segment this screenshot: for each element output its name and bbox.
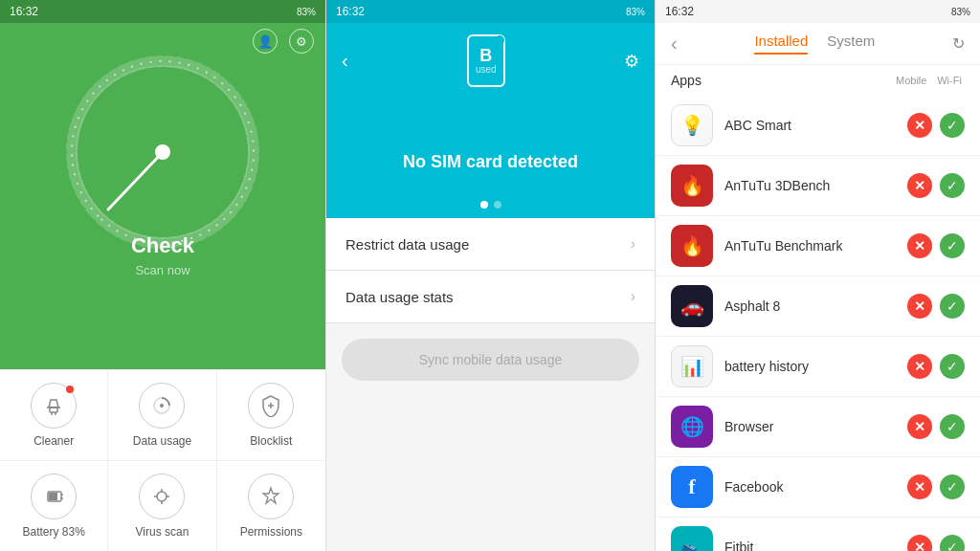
grid-item-battery[interactable]: Battery 83% bbox=[0, 460, 108, 551]
battery-icon-wrap bbox=[31, 474, 77, 519]
apps-header: Apps Mobile Wi-Fi bbox=[656, 65, 980, 96]
app-name-asphalt: Asphalt 8 bbox=[724, 298, 907, 314]
app-row-antutu[interactable]: 🔥 AnTuTu Benchmark ✕ ✓ bbox=[656, 216, 980, 276]
grid-item-permissions[interactable]: Permissions bbox=[217, 460, 325, 551]
status-icons-facebook: ✕ ✓ bbox=[907, 474, 965, 499]
blocklist-icon-wrap bbox=[248, 383, 294, 429]
app-row-abc[interactable]: 💡 ABC Smart ✕ ✓ bbox=[656, 96, 980, 156]
mobile-x-browser: ✕ bbox=[907, 414, 932, 439]
virus-scan-icon bbox=[150, 485, 173, 508]
app-name-fitbit: Fitbit bbox=[724, 540, 907, 551]
permissions-icon bbox=[259, 485, 282, 508]
grid-item-data-usage[interactable]: Data usage bbox=[108, 369, 216, 460]
wifi-check-antutu3d: ✓ bbox=[940, 173, 965, 198]
dot-2 bbox=[494, 201, 501, 209]
person-icon[interactable]: 👤 bbox=[253, 29, 278, 54]
tab-installed[interactable]: Installed bbox=[754, 33, 808, 55]
chevron-restrict: › bbox=[631, 235, 635, 253]
mobile-x-abc: ✕ bbox=[907, 113, 932, 138]
sim-info: B used bbox=[467, 34, 505, 87]
back-button-2[interactable]: ‹ bbox=[342, 50, 348, 72]
back-button-3[interactable]: ‹ bbox=[671, 33, 678, 55]
gear-icon-2[interactable]: ⚙ bbox=[624, 51, 639, 72]
tabs: Installed System bbox=[754, 33, 875, 55]
mobile-x-battery: ✕ bbox=[907, 354, 932, 379]
app-row-fitbit[interactable]: 👟 Fitbit ✕ ✓ bbox=[656, 518, 980, 551]
sim-icon: B used bbox=[467, 34, 505, 87]
menu-item-restrict[interactable]: Restrict data usage › bbox=[326, 218, 655, 271]
data-usage-label: Data usage bbox=[133, 434, 191, 448]
panel-data-usage: 16:32 83% ‹ B used ⚙ No SIM card detecte… bbox=[325, 0, 655, 551]
svg-point-9 bbox=[160, 404, 164, 408]
app-row-facebook[interactable]: f Facebook ✕ ✓ bbox=[656, 457, 980, 518]
chevron-stats: › bbox=[631, 288, 635, 305]
bottom-grid: Cleaner Data usage bbox=[0, 369, 325, 551]
grid-item-virus-scan[interactable]: Virus scan bbox=[108, 460, 216, 551]
status-bar-1: 16:32 83% bbox=[0, 0, 325, 23]
app-icon-antutu: 🔥 bbox=[671, 225, 713, 267]
wifi-check-facebook: ✓ bbox=[940, 474, 965, 499]
status-icons-3: 83% bbox=[951, 7, 970, 17]
wifi-check-browser: ✓ bbox=[940, 414, 965, 439]
cleaner-icon bbox=[42, 394, 65, 417]
mobile-x-fitbit: ✕ bbox=[907, 535, 932, 551]
app-name-facebook: Facebook bbox=[724, 479, 907, 495]
app-row-browser[interactable]: 🌐 Browser ✕ ✓ bbox=[656, 397, 980, 457]
svg-point-4 bbox=[155, 144, 170, 160]
mobile-x-antutu: ✕ bbox=[907, 233, 932, 258]
header-icons: 👤 ⚙ bbox=[253, 29, 314, 54]
svg-line-3 bbox=[108, 152, 163, 209]
status-bar-3: 16:32 83% bbox=[656, 0, 980, 23]
virus-scan-icon-wrap bbox=[139, 474, 185, 519]
app-name-antutu3d: AnTuTu 3DBench bbox=[724, 178, 907, 193]
app-name-antutu: AnTuTu Benchmark bbox=[724, 238, 907, 253]
col-wifi: Wi-Fi bbox=[934, 75, 965, 86]
app-row-battery-history[interactable]: 📊 battery history ✕ ✓ bbox=[656, 337, 980, 397]
status-icons-1: 83% bbox=[297, 7, 316, 17]
app-row-asphalt[interactable]: 🚗 Asphalt 8 ✕ ✓ bbox=[656, 276, 980, 337]
panel2-header: ‹ B used ⚙ bbox=[326, 23, 655, 95]
grid-item-blocklist[interactable]: Blocklist bbox=[217, 369, 325, 460]
grid-item-cleaner[interactable]: Cleaner bbox=[0, 369, 108, 460]
app-icon-browser: 🌐 bbox=[671, 406, 713, 448]
cleaner-icon-wrap bbox=[31, 383, 77, 429]
main-gauge-area: Check Scan now bbox=[0, 23, 325, 369]
app-name-battery-history: battery history bbox=[724, 359, 907, 374]
status-icons-antutu3d: ✕ ✓ bbox=[907, 173, 965, 198]
tab-system[interactable]: System bbox=[827, 33, 875, 55]
status-icons-fitbit: ✕ ✓ bbox=[907, 535, 965, 551]
app-icon-asphalt: 🚗 bbox=[671, 285, 713, 327]
sim-b-label: B bbox=[479, 47, 492, 64]
battery-label: Battery 83% bbox=[22, 525, 84, 539]
restrict-label: Restrict data usage bbox=[345, 236, 469, 253]
cleaner-label: Cleaner bbox=[33, 434, 74, 448]
app-list: 💡 ABC Smart ✕ ✓ 🔥 AnTuTu 3DBench ✕ ✓ 🔥 bbox=[656, 96, 980, 551]
refresh-icon[interactable]: ↻ bbox=[952, 34, 965, 53]
wifi-check-asphalt: ✓ bbox=[940, 294, 965, 319]
blocklist-label: Blocklist bbox=[250, 434, 292, 448]
sim-notch bbox=[495, 35, 504, 45]
sync-button[interactable]: Sync mobile data usage bbox=[342, 339, 639, 381]
sim-used-label: used bbox=[476, 64, 497, 75]
menu-item-stats[interactable]: Data usage stats › bbox=[326, 271, 655, 323]
col-mobile: Mobile bbox=[896, 75, 926, 86]
settings-icon[interactable]: ⚙ bbox=[289, 29, 314, 54]
mobile-x-facebook: ✕ bbox=[907, 474, 932, 499]
wifi-check-abc: ✓ bbox=[940, 113, 965, 138]
app-name-browser: Browser bbox=[724, 419, 907, 434]
status-bar-2: 16:32 83% bbox=[326, 0, 655, 23]
data-usage-icon bbox=[150, 394, 173, 417]
app-icon-battery-history: 📊 bbox=[671, 345, 713, 387]
dot-1 bbox=[480, 201, 488, 209]
cleaner-dot bbox=[66, 386, 74, 393]
wifi-check-fitbit: ✓ bbox=[940, 535, 965, 551]
app-name-abc: ABC Smart bbox=[724, 118, 907, 133]
battery-pct-3: 83% bbox=[951, 7, 970, 17]
app-icon-abc: 💡 bbox=[671, 104, 713, 146]
app-icon-fitbit: 👟 bbox=[671, 526, 713, 551]
wifi-check-antutu: ✓ bbox=[940, 233, 965, 258]
time-3: 16:32 bbox=[665, 5, 694, 18]
permissions-label: Permissions bbox=[240, 525, 302, 539]
gauge-svg bbox=[53, 42, 273, 262]
app-row-antutu3d[interactable]: 🔥 AnTuTu 3DBench ✕ ✓ bbox=[656, 156, 980, 216]
